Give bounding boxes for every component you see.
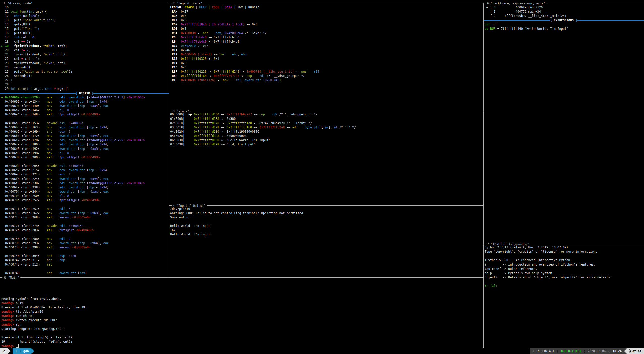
- gdb-console-pane[interactable]: Reading symbols from test...done.pwndbg>…: [1, 297, 482, 348]
- terminal-line: Starting program: /tmp/pwndbg/test: [1, 327, 482, 331]
- text-segment: 0x94: [100, 100, 107, 103]
- text-segment: 1: [69, 173, 70, 176]
- terminal-line: 00:0000│ rsp 0x7fffffffd160 —▸ 0x7ffff7b…: [170, 112, 482, 117]
- text-segment: R14: [170, 61, 179, 65]
- text-segment: argc,: [32, 87, 45, 91]
- terminal-line: 0x4006b9 <func+169> shl ecx, 1: [1, 130, 168, 134]
- text-segment: , cnt);: [54, 61, 67, 65]
- text-segment: 0x4006ca <func+186>: [1, 143, 47, 146]
- text-segment: 0x400730 <func+288>: [1, 237, 47, 241]
- text-segment: HEAP: [199, 6, 207, 9]
- terminal-line: R14 0x0: [170, 61, 482, 65]
- text-segment: movabs: [47, 164, 58, 168]
- border-line: [169, 3, 172, 3]
- text-segment: 0x94: [100, 168, 107, 172]
- text-segment: shl: [47, 130, 52, 133]
- text-segment: 0: [67, 151, 69, 155]
- text-segment: mov: [47, 241, 52, 245]
- text-segment: 0x400748 <func+312>: [1, 263, 47, 266]
- text-segment: 0x40080d: [69, 164, 83, 168]
- text-segment: 0x5: [179, 18, 186, 22]
- text-segment: rax: [80, 271, 85, 275]
- text-segment: call: [47, 228, 54, 232]
- terminal-line: 05:0028│ 0x7fffffffd188 ◂— 0x50000000e: [170, 134, 482, 138]
- text-segment: CODE: [212, 6, 219, 9]
- status-time: 10:24: [613, 349, 622, 353]
- terminal-line: f 2 7ffff7a05b97 __libc_start_main+231: [485, 14, 643, 18]
- text-segment: ret: [47, 263, 52, 266]
- text-segment: 28: [1, 83, 9, 86]
- text-segment: int: [10, 87, 16, 91]
- text-segment: al: [59, 194, 63, 198]
- text-segment: f 2 7ffff7a05b97 __libc_start_main+231: [485, 14, 566, 18]
- text-segment: stdout@@GLIBC_2.2.5: [89, 138, 123, 142]
- text-segment: ]: [107, 126, 109, 129]
- text-segment: edi: [59, 207, 65, 211]
- text-segment: call: [47, 156, 54, 159]
- terminal-line: pwndbg> cwatch cnt: [1, 314, 482, 318]
- session-name: 2: [3, 349, 5, 353]
- terminal-line: 13 puts("Some output:\n");: [1, 18, 168, 22]
- text-segment: ,: [63, 194, 67, 198]
- text-segment: ◂—: [196, 31, 203, 35]
- text-segment: rbp: [80, 134, 85, 138]
- text-segment: rsi: [59, 164, 65, 168]
- text-segment: 0x400704 <func+244>: [1, 190, 47, 193]
- powerline-arrow-icon: [624, 348, 627, 354]
- registers-pane[interactable]: LEGEND: STACK | HEAP | CODE | DATA | RWX…: [170, 5, 482, 82]
- disassembly-pane[interactable]: ► 0x40068e <func+126> mov rdi, qword ptr…: [1, 95, 168, 275]
- terminal-line: 07:0038│ 0x7fffffffd198 ◂— "rld, I'm Inp…: [170, 142, 482, 147]
- text-segment: —▸: [219, 126, 227, 129]
- pane-number: 6: [487, 2, 489, 5]
- pane-border-vertical-right[interactable]: [483, 3, 484, 348]
- text-segment: 0x7fffffffd220: [181, 70, 206, 73]
- backtrace-pane[interactable]: ► f 0 40068e func+126 f 1 400772 main+34…: [485, 5, 643, 18]
- text-segment: -: [94, 168, 100, 172]
- border-line: [190, 111, 483, 111]
- window-tab-gdb[interactable]: 1 ⟩ gdb: [13, 348, 31, 354]
- text-segment: call: [47, 113, 54, 116]
- terminal-line: object? -> Details about 'object', use '…: [485, 275, 643, 280]
- expressions-pane[interactable]: cnt = 5ds BUF = 7fffffffd190 "Hello Worl…: [485, 22, 643, 31]
- terminal-line: 0x400716 <func+262> mov dword ptr [rbp -…: [1, 211, 168, 215]
- pane-border-vertical-left[interactable]: [169, 3, 169, 277]
- text-segment: 0x7ffff7fcb4c0: [181, 36, 206, 39]
- text-segment: <0x601040>: [127, 181, 145, 185]
- angle-separator-icon: ⟨: [581, 349, 588, 353]
- stack-pane[interactable]: 00:0000│ rsp 0x7fffffffd160 —▸ 0x7ffff7b…: [170, 112, 482, 147]
- text-segment: stdout@@GLIBC_2.2.5: [89, 181, 123, 185]
- text-segment: <0x4005a0>: [72, 246, 90, 249]
- terminal-line: RAX 0x17: [170, 10, 482, 14]
- ipython-pane[interactable]: Python 2.7.17 (default, Nov 7 2019, 10:0…: [485, 245, 643, 288]
- text-segment: rbp: [89, 168, 94, 172]
- terminal-line: cnt = 5: [485, 22, 643, 27]
- text-segment: [252, 74, 259, 78]
- text-segment: IPython 5.8.0 -- An enhanced Interactive…: [485, 258, 572, 262]
- divider-line: [577, 20, 644, 21]
- text-segment: [52, 211, 59, 215]
- terminal-line: 12 char BUF[128];: [1, 14, 168, 18]
- source-code-pane[interactable]: 10 11 void func(int arg) { 12 char BUF[1…: [1, 5, 168, 91]
- terminal-line: Hello World, I'm Input: [170, 224, 482, 228]
- text-segment: eax: [103, 104, 109, 108]
- text-segment: ◂—: [216, 78, 223, 82]
- terminal-line: RCX 0x5: [170, 18, 482, 22]
- text-segment: [: [76, 190, 79, 193]
- terminal-line: 0x400730 <func+288> mov edi, 2: [1, 237, 168, 241]
- text-segment: 0x4006e7 <func+215>: [1, 168, 47, 172]
- text-segment: rdi: [236, 78, 241, 82]
- text-segment: |: [194, 6, 199, 9]
- text-segment: eax: [103, 190, 109, 193]
- text-segment: 1: [36, 57, 38, 61]
- lock-icon: [628, 349, 631, 353]
- text-segment: ]: [85, 271, 87, 275]
- session-name-tab[interactable]: 2: [0, 348, 8, 354]
- pane-title-label: 6 "backtrace, expressions, args": [486, 2, 546, 5]
- status-right: ↑ 1d 23h 49m ⟨ 0.0 0.1 0.1 ⟨ 2020-03-06 …: [530, 348, 644, 354]
- text-segment: dword ptr: [59, 104, 76, 108]
- terminal-line: Reading symbols from test...done.: [1, 297, 482, 301]
- terminal-line: 0x4006dd <func+205> movabs rsi, 0x40080d: [1, 164, 168, 168]
- pane-name: "Main": [8, 276, 19, 279]
- border-line: [0, 277, 2, 278]
- program-io-pane[interactable]: /dev/pts/10warning: GDB: Failed to set c…: [170, 207, 482, 237]
